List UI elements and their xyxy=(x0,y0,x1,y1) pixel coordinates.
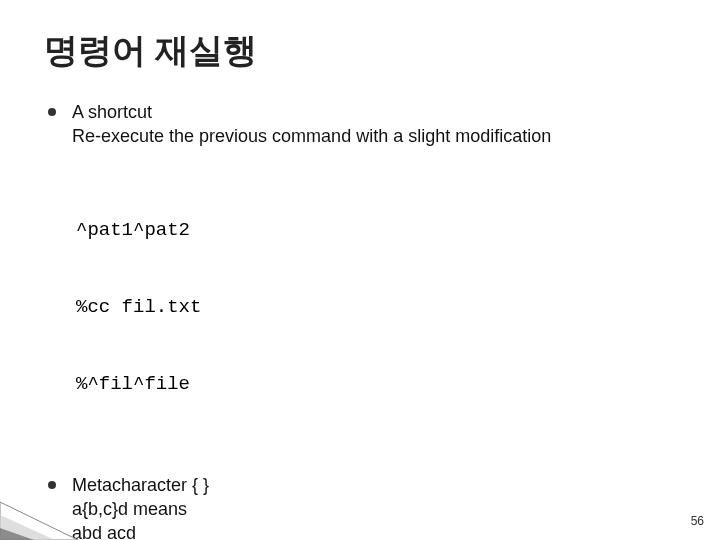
page-number: 56 xyxy=(691,514,704,528)
content-area: A shortcut Re-execute the previous comma… xyxy=(48,100,676,540)
slide: 명령어 재실행 A shortcut Re-execute the previo… xyxy=(0,0,720,540)
code-line: ^pat1^pat2 xyxy=(76,218,676,244)
slide-title: 명령어 재실행 xyxy=(44,28,676,74)
code-line: %cc fil.txt xyxy=(76,295,676,321)
code-line: %^fil^file xyxy=(76,372,676,398)
item-line: a{b,c}d means xyxy=(72,499,187,519)
item-line: abd acd xyxy=(72,523,136,540)
svg-marker-1 xyxy=(0,515,55,540)
svg-marker-2 xyxy=(0,528,34,540)
item-line: A shortcut xyxy=(72,102,152,122)
code-block: ^pat1^pat2 %cc fil.txt %^fil^file xyxy=(76,167,676,449)
bullet-icon xyxy=(48,108,56,116)
item-line: Metacharacter { } xyxy=(72,475,209,495)
bullet-item: A shortcut Re-execute the previous comma… xyxy=(48,100,676,149)
bullet-icon xyxy=(48,481,56,489)
bullet-item: Metacharacter { } a{b,c}d means abd acd xyxy=(48,473,676,540)
item-line: Re-execute the previous command with a s… xyxy=(72,126,551,146)
